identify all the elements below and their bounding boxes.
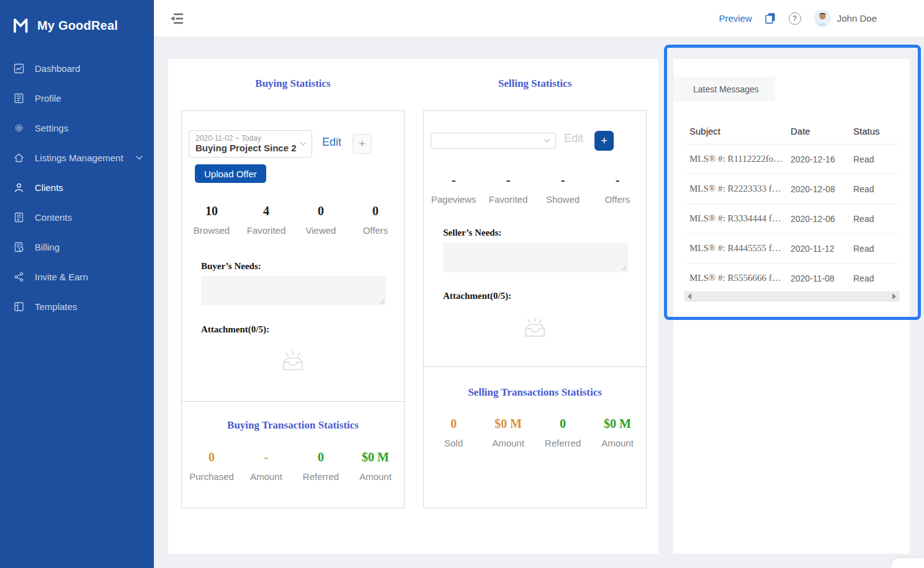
contents-icon [14, 212, 24, 223]
stat-favorited: 4Favorited [239, 204, 294, 236]
buying-project-select[interactable]: 2020-11-02 ~ Today Buying Project Since … [189, 130, 312, 158]
stat-amount-purchased: -Amount [239, 450, 294, 482]
message-row[interactable]: MLS® #: R1112222fo… 2020-12-16 Read [684, 144, 899, 174]
menu-fold-icon[interactable] [171, 13, 184, 24]
message-subject: MLS® #: R3334444 f… [684, 213, 791, 224]
buying-project-range: 2020-11-02 ~ Today [195, 134, 297, 143]
settings-icon [14, 123, 24, 133]
scroll-left-icon[interactable] [688, 293, 691, 300]
empty-inbox-icon [279, 349, 307, 375]
sidebar-nav: Dashboard Profile Settings Listings Mana… [0, 53, 154, 321]
message-date: 2020-12-06 [791, 214, 853, 224]
column-date: Date [791, 126, 853, 136]
user-menu[interactable]: John Doe [814, 10, 877, 27]
selling-transactions-title: Selling Transactions Statistics [424, 386, 646, 399]
upload-offer-button[interactable]: Upload Offer [195, 164, 266, 183]
stat-amount-sold: $0 MAmount [481, 417, 536, 448]
sidebar-item-billing[interactable]: Billing [0, 232, 154, 262]
buyers-needs-textarea[interactable] [201, 276, 386, 306]
messages-table-header: Subject Date Status [684, 118, 899, 144]
buying-transactions-box: Buying Transaction Statistics 0Purchased… [181, 401, 405, 508]
buyers-needs-label: Buyer’s Needs: [201, 261, 261, 272]
logo-m-icon [12, 17, 30, 34]
help-icon[interactable]: ? [789, 12, 801, 25]
chevron-down-icon [300, 142, 307, 146]
preview-link[interactable]: Preview [719, 13, 751, 24]
page: My GoodReal Dashboard Profile Settings L… [0, 0, 924, 568]
sidebar-item-settings[interactable]: Settings [0, 113, 154, 143]
column-status: Status [853, 126, 899, 136]
scroll-right-icon[interactable] [892, 293, 896, 300]
stat-browsed: 10Browsed [184, 204, 239, 236]
sellers-needs-field [443, 242, 628, 272]
sidebar-item-templates[interactable]: Templates [0, 291, 154, 321]
buying-add-project-button[interactable]: + [352, 134, 372, 154]
stat-sold: 0Sold [426, 417, 481, 448]
floating-widget[interactable] [892, 558, 924, 568]
user-name: John Doe [837, 13, 877, 24]
stat-referred: 0Referred [294, 450, 348, 482]
copy-icon[interactable] [765, 12, 776, 24]
billing-icon [14, 242, 24, 252]
message-status: Read [853, 273, 899, 283]
sidebar-item-label: Dashboard [35, 63, 80, 74]
selling-edit-link[interactable]: Edit [564, 132, 583, 145]
stat-showed: -Showed [536, 173, 590, 205]
home-icon [14, 153, 24, 163]
sidebar-item-label: Invite & Earn [35, 272, 88, 282]
message-row[interactable]: MLS® #: R2223333 f… 2020-12-08 Read [684, 174, 899, 204]
sidebar-item-clients[interactable]: Clients [0, 172, 154, 202]
message-row[interactable]: MLS® #: R3334444 f… 2020-12-06 Read [684, 204, 899, 234]
sidebar-item-label: Settings [35, 123, 68, 133]
message-row[interactable]: MLS® #: R5556666 f… 2020-11-08 Read [684, 264, 899, 293]
selling-add-project-button[interactable]: + [594, 131, 614, 151]
sidebar-item-dashboard[interactable]: Dashboard [0, 53, 154, 83]
sidebar: My GoodReal Dashboard Profile Settings L… [0, 0, 154, 568]
app-logo[interactable]: My GoodReal [0, 0, 154, 38]
message-row[interactable]: MLS® #: R4445555 f… 2020-11-12 Read [684, 234, 899, 264]
share-icon [14, 272, 24, 282]
selling-project-select[interactable] [431, 133, 556, 149]
buying-edit-link[interactable]: Edit [322, 136, 341, 149]
sidebar-item-profile[interactable]: Profile [0, 83, 154, 113]
horizontal-scrollbar[interactable] [684, 291, 899, 301]
message-date: 2020-11-08 [791, 273, 853, 283]
selling-transactions-stats-row: 0Sold $0 MAmount 0Referred $0 MAmount [426, 417, 645, 448]
tab-latest-messages[interactable]: Latest Messages [673, 77, 775, 101]
sidebar-item-listings-management[interactable]: Listings Management [0, 143, 154, 172]
buying-transactions-title: Buying Transaction Statistics [182, 419, 404, 432]
sellers-needs-textarea[interactable] [443, 242, 628, 272]
stat-viewed: 0Viewed [294, 204, 348, 236]
sidebar-item-invite-earn[interactable]: Invite & Earn [0, 262, 154, 291]
top-bar: Preview ? John Doe [154, 0, 924, 37]
selling-statistics-title: Selling Statistics [423, 78, 647, 90]
chevron-down-icon [136, 156, 143, 160]
sellers-needs-label: Seller’s Needs: [443, 228, 501, 238]
buying-transactions-stats-row: 0Purchased -Amount 0Referred $0 MAmount [184, 450, 403, 482]
message-status: Read [853, 154, 899, 164]
latest-messages-tab-label: Latest Messages [693, 84, 759, 94]
stat-offers: -Offers [590, 173, 645, 205]
buying-stats-row: 10Browsed 4Favorited 0Viewed 0Offers [184, 204, 403, 236]
sidebar-item-contents[interactable]: Contents [0, 202, 154, 232]
selling-transactions-box: Selling Transactions Statistics 0Sold $0… [423, 366, 647, 508]
stat-amount-referred: $0 MAmount [348, 450, 403, 482]
buying-statistics-title: Buying Statistics [181, 78, 405, 90]
clients-icon [14, 182, 24, 193]
buying-attachment-label: Attachment(0/5): [201, 324, 269, 335]
stat-amount-referred: $0 MAmount [590, 417, 645, 448]
sidebar-item-label: Billing [35, 242, 60, 252]
messages-table: Subject Date Status MLS® #: R1112222fo… … [684, 118, 899, 293]
buyers-needs-field [201, 276, 386, 306]
latest-messages-card: Latest Messages Subject Date Status MLS®… [673, 59, 910, 554]
stat-favorited: -Favorited [481, 173, 536, 205]
statistics-card: Buying Statistics 2020-11-02 ~ Today Buy… [168, 59, 658, 554]
message-status: Read [853, 244, 899, 254]
message-subject: MLS® #: R2223333 f… [684, 184, 791, 194]
top-bar-actions: Preview ? John Doe [719, 10, 877, 27]
buying-project-name: Buying Project Since 202 [195, 143, 297, 153]
message-date: 2020-11-12 [791, 244, 853, 254]
avatar [814, 10, 831, 27]
message-status: Read [853, 214, 899, 224]
stat-pageviews: -Pageviews [426, 173, 481, 205]
